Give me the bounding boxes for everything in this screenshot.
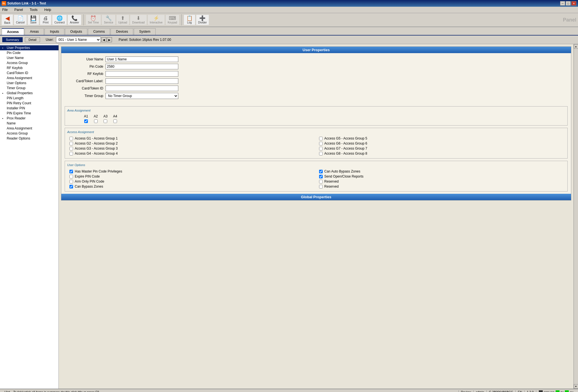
access-g7-checkbox[interactable]	[319, 147, 323, 150]
sidebar-item-user-name[interactable]: User Name	[0, 55, 58, 60]
area-a2: A2	[94, 114, 98, 123]
arm-only-checkbox[interactable]	[69, 180, 73, 183]
sidebar-item-prox-name[interactable]: Name	[0, 121, 58, 126]
access-g6-checkbox[interactable]	[319, 142, 323, 145]
menu-panel[interactable]: Panel	[13, 7, 24, 12]
menu-help[interactable]: Help	[43, 7, 52, 12]
log-button[interactable]: 📋 Log	[184, 15, 195, 25]
username-input[interactable]	[106, 56, 178, 62]
download-button[interactable]: ⬇ Download	[130, 15, 146, 25]
sidebar-item-installer-pin[interactable]: Installer PIN	[0, 106, 58, 111]
access-g1-checkbox[interactable]	[69, 137, 73, 140]
access-g4-checkbox[interactable]	[69, 152, 73, 155]
expand-icon: ▪	[2, 46, 6, 49]
sidebar-item-prox-reader[interactable]: ▪ Prox Reader	[0, 116, 58, 121]
connect-button[interactable]: 🌐 Connect	[52, 15, 67, 25]
reserved2-checkbox[interactable]	[319, 185, 323, 188]
sub-header: Summary Detail User: 001 - User 1 Name ◀…	[0, 36, 578, 44]
tab-comms[interactable]: Comms	[88, 28, 110, 35]
sidebar-item-pin-expire-time[interactable]: PIN Expire Time	[0, 111, 58, 116]
sidebar-item-user-options[interactable]: User Options	[0, 81, 58, 86]
sidebar-item-reader-options[interactable]: Reader Options	[0, 136, 58, 141]
answer-button[interactable]: 📞 Answer	[68, 15, 81, 25]
rfkeyfob-label: RF Keyfob	[67, 72, 103, 76]
tab-devices[interactable]: Devices	[111, 28, 133, 35]
user-prev-button[interactable]: ◀	[101, 37, 106, 42]
tab-inputs[interactable]: Inputs	[45, 28, 64, 35]
area-a3-checkbox[interactable]	[104, 119, 107, 123]
user-next-button[interactable]: ▶	[107, 37, 112, 42]
user-dropdown[interactable]: 001 - User 1 Name	[56, 37, 101, 43]
status-locale: EN	[516, 390, 525, 392]
service-button[interactable]: 🔧 Service	[102, 15, 115, 25]
cancel-button[interactable]: 📄 Cancel	[14, 15, 27, 25]
scroll-down-button[interactable]: ▼	[574, 384, 578, 389]
sidebar-item-pin-length[interactable]: PIN Length	[0, 96, 58, 101]
content-area: User Properties User Name Pin Code RF Ke…	[59, 44, 574, 389]
sidebar-item-timer-group[interactable]: Timer Group	[0, 86, 58, 91]
pincode-input[interactable]	[106, 64, 178, 69]
send-openclose-checkbox[interactable]	[319, 175, 323, 178]
app-icon: SL	[2, 1, 6, 6]
close-button[interactable]: ✕	[571, 1, 576, 6]
window-controls[interactable]: ─ □ ✕	[560, 1, 576, 6]
area-a3: A3	[103, 114, 107, 123]
sidebar-item-access-group[interactable]: Access Group	[0, 60, 58, 65]
area-a1-checkbox[interactable]	[84, 119, 88, 123]
user-properties-header: User Properties	[61, 47, 571, 53]
rfkeyfob-input[interactable]	[106, 71, 178, 77]
user-selector[interactable]: 001 - User 1 Name ◀ ▶	[56, 37, 112, 43]
area-a4-label: A4	[113, 114, 117, 118]
menu-tools[interactable]: Tools	[29, 7, 39, 12]
tab-areas[interactable]: Areas	[25, 28, 44, 35]
reserved1-checkbox[interactable]	[319, 180, 323, 183]
timergroup-select[interactable]: No Timer Group Timer Group 1 Timer Group…	[106, 93, 178, 99]
back-button[interactable]: ◀ Back	[2, 15, 13, 25]
area-a1-label: A1	[84, 114, 88, 118]
sidebar-item-area-assignment[interactable]: Area Assignment	[0, 75, 58, 81]
cardtokenlabel-input[interactable]	[106, 78, 178, 84]
sidebar-item-pin-code[interactable]: Pin Code	[0, 50, 58, 55]
access-g8-label: Access G8 - Access Group 8	[324, 152, 367, 155]
save-button[interactable]: 💾 Save	[28, 15, 39, 25]
access-g8-checkbox[interactable]	[319, 152, 323, 155]
scrollbar[interactable]: ▲ ▼	[574, 44, 578, 389]
area-a4-checkbox[interactable]	[113, 119, 117, 123]
access-g6-item: Access G6 - Access Group 6	[319, 141, 563, 145]
sidebar-item-prox-area-assignment[interactable]: Area Assignment	[0, 126, 58, 131]
set-time-button[interactable]: ⏰ Set Time	[86, 15, 101, 25]
tab-outputs[interactable]: Outputs	[65, 28, 87, 35]
tab-system[interactable]: System	[134, 28, 156, 35]
menu-file[interactable]: File	[1, 7, 9, 12]
tab-access[interactable]: Access	[2, 28, 24, 35]
send-openclose-label: Send Open/Close Reports	[324, 174, 364, 178]
reserved1-label: Reserved	[324, 180, 339, 183]
summary-button[interactable]: Summary	[2, 37, 23, 42]
cardtokenid-input[interactable]	[106, 86, 178, 91]
access-g5-checkbox[interactable]	[319, 137, 323, 140]
detail-button[interactable]: Detail	[25, 37, 40, 42]
expire-pin-checkbox[interactable]	[69, 175, 73, 178]
scroll-up-button[interactable]: ▲	[574, 44, 578, 49]
area-a2-checkbox[interactable]	[94, 119, 98, 123]
sidebar-item-card-token-id[interactable]: Card/Token ID	[0, 70, 58, 75]
minimize-button[interactable]: ─	[560, 1, 565, 6]
access-g1-label: Access G1 - Access Group 1	[75, 136, 118, 140]
access-g2-checkbox[interactable]	[69, 142, 73, 145]
sidebar-item-user-properties[interactable]: ▪ User Properties	[0, 45, 58, 50]
divider-button[interactable]: ➕ Divider	[196, 15, 209, 25]
sidebar-item-rf-keyfob[interactable]: RF Keyfob	[0, 65, 58, 70]
master-pin-checkbox[interactable]	[69, 170, 73, 173]
keypad-button[interactable]: ⌨ Keypad	[166, 15, 179, 25]
interactive-button[interactable]: ⚡ Interactive	[148, 15, 165, 25]
sidebar-item-global-properties[interactable]: ▪ Global Properties	[0, 91, 58, 96]
access-g3-checkbox[interactable]	[69, 147, 73, 150]
maximize-button[interactable]: □	[566, 1, 571, 6]
can-bypass-checkbox[interactable]	[69, 185, 73, 188]
upload-button[interactable]: ⬆ Upload	[116, 15, 129, 25]
access-g8-item: Access G8 - Access Group 8	[319, 152, 563, 155]
auto-bypass-checkbox[interactable]	[319, 170, 323, 173]
print-button[interactable]: 🖨 Print	[40, 15, 51, 25]
sidebar-item-prox-access-group[interactable]: Access Group	[0, 131, 58, 136]
sidebar-item-pin-retry-count[interactable]: PIN Retry Count	[0, 101, 58, 106]
